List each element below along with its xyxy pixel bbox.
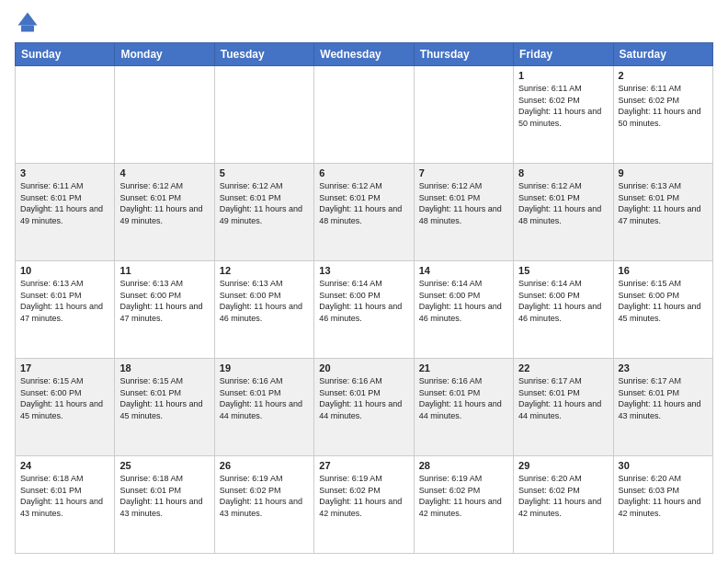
cell-info: Sunrise: 6:20 AM Sunset: 6:03 PM Dayligh… [619,473,708,519]
calendar-cell: 2Sunrise: 6:11 AM Sunset: 6:02 PM Daylig… [613,66,712,164]
calendar-cell: 4Sunrise: 6:12 AM Sunset: 6:01 PM Daylig… [115,164,214,261]
day-number: 28 [419,460,508,471]
day-number: 27 [319,460,408,471]
page: SundayMondayTuesdayWednesdayThursdayFrid… [0,0,728,563]
calendar-week-row: 24Sunrise: 6:18 AM Sunset: 6:01 PM Dayli… [16,456,713,554]
day-number: 9 [619,167,708,178]
cell-info: Sunrise: 6:14 AM Sunset: 6:00 PM Dayligh… [319,278,408,324]
day-number: 5 [220,167,309,178]
calendar-day-header: Monday [115,43,214,66]
calendar-day-header: Sunday [16,43,115,66]
calendar-cell: 1Sunrise: 6:11 AM Sunset: 6:02 PM Daylig… [514,66,613,164]
calendar-cell: 8Sunrise: 6:12 AM Sunset: 6:01 PM Daylig… [514,164,613,261]
calendar-cell: 26Sunrise: 6:19 AM Sunset: 6:02 PM Dayli… [214,456,313,554]
cell-info: Sunrise: 6:20 AM Sunset: 6:02 PM Dayligh… [518,473,608,519]
cell-info: Sunrise: 6:17 AM Sunset: 6:01 PM Dayligh… [518,375,608,421]
cell-info: Sunrise: 6:12 AM Sunset: 6:01 PM Dayligh… [419,180,508,226]
calendar-cell: 27Sunrise: 6:19 AM Sunset: 6:02 PM Dayli… [314,456,414,554]
calendar-cell: 14Sunrise: 6:14 AM Sunset: 6:00 PM Dayli… [414,261,513,359]
calendar-cell: 9Sunrise: 6:13 AM Sunset: 6:01 PM Daylig… [613,164,712,261]
calendar-cell: 24Sunrise: 6:18 AM Sunset: 6:01 PM Dayli… [16,456,115,554]
calendar-cell: 30Sunrise: 6:20 AM Sunset: 6:03 PM Dayli… [613,456,712,554]
calendar-day-header: Thursday [414,43,513,66]
cell-info: Sunrise: 6:16 AM Sunset: 6:01 PM Dayligh… [220,375,309,421]
calendar-cell: 20Sunrise: 6:16 AM Sunset: 6:01 PM Dayli… [314,359,414,456]
cell-info: Sunrise: 6:16 AM Sunset: 6:01 PM Dayligh… [419,375,508,421]
calendar-cell: 10Sunrise: 6:13 AM Sunset: 6:01 PM Dayli… [16,261,115,359]
cell-info: Sunrise: 6:14 AM Sunset: 6:00 PM Dayligh… [518,278,608,324]
calendar-cell: 5Sunrise: 6:12 AM Sunset: 6:01 PM Daylig… [214,164,313,261]
calendar-cell: 23Sunrise: 6:17 AM Sunset: 6:01 PM Dayli… [613,359,712,456]
calendar-cell: 19Sunrise: 6:16 AM Sunset: 6:01 PM Dayli… [214,359,313,456]
day-number: 21 [419,362,508,373]
calendar-day-header: Saturday [613,43,712,66]
cell-info: Sunrise: 6:13 AM Sunset: 6:01 PM Dayligh… [619,180,708,226]
day-number: 4 [119,167,209,178]
calendar-cell [414,66,513,164]
calendar-header-row: SundayMondayTuesdayWednesdayThursdayFrid… [16,43,713,66]
logo [15,9,44,35]
day-number: 20 [319,362,408,373]
calendar-cell: 16Sunrise: 6:15 AM Sunset: 6:00 PM Dayli… [613,261,712,359]
day-number: 26 [220,460,309,471]
day-number: 15 [518,265,608,276]
cell-info: Sunrise: 6:11 AM Sunset: 6:02 PM Dayligh… [518,83,608,129]
cell-info: Sunrise: 6:13 AM Sunset: 6:00 PM Dayligh… [220,278,309,324]
day-number: 13 [319,265,408,276]
cell-info: Sunrise: 6:13 AM Sunset: 6:01 PM Dayligh… [20,278,109,324]
calendar-cell: 25Sunrise: 6:18 AM Sunset: 6:01 PM Dayli… [115,456,214,554]
cell-info: Sunrise: 6:18 AM Sunset: 6:01 PM Dayligh… [20,473,109,519]
day-number: 17 [20,362,109,373]
calendar-cell: 6Sunrise: 6:12 AM Sunset: 6:01 PM Daylig… [314,164,414,261]
calendar-week-row: 17Sunrise: 6:15 AM Sunset: 6:00 PM Dayli… [16,359,713,456]
cell-info: Sunrise: 6:15 AM Sunset: 6:01 PM Dayligh… [119,375,209,421]
cell-info: Sunrise: 6:16 AM Sunset: 6:01 PM Dayligh… [319,375,408,421]
calendar-cell: 13Sunrise: 6:14 AM Sunset: 6:00 PM Dayli… [314,261,414,359]
cell-info: Sunrise: 6:12 AM Sunset: 6:01 PM Dayligh… [319,180,408,226]
calendar-cell: 18Sunrise: 6:15 AM Sunset: 6:01 PM Dayli… [115,359,214,456]
calendar-cell: 15Sunrise: 6:14 AM Sunset: 6:00 PM Dayli… [514,261,613,359]
day-number: 1 [518,70,608,81]
day-number: 18 [119,362,209,373]
calendar-cell: 12Sunrise: 6:13 AM Sunset: 6:00 PM Dayli… [214,261,313,359]
logo-icon [15,9,40,35]
day-number: 23 [619,362,708,373]
calendar-cell: 3Sunrise: 6:11 AM Sunset: 6:01 PM Daylig… [16,164,115,261]
calendar-cell: 17Sunrise: 6:15 AM Sunset: 6:00 PM Dayli… [16,359,115,456]
cell-info: Sunrise: 6:13 AM Sunset: 6:00 PM Dayligh… [119,278,209,324]
calendar-cell: 22Sunrise: 6:17 AM Sunset: 6:01 PM Dayli… [514,359,613,456]
svg-rect-1 [21,26,34,32]
day-number: 22 [518,362,608,373]
calendar-week-row: 3Sunrise: 6:11 AM Sunset: 6:01 PM Daylig… [16,164,713,261]
day-number: 29 [518,460,608,471]
cell-info: Sunrise: 6:11 AM Sunset: 6:02 PM Dayligh… [619,83,708,129]
calendar-cell [115,66,214,164]
calendar-cell: 21Sunrise: 6:16 AM Sunset: 6:01 PM Dayli… [414,359,513,456]
cell-info: Sunrise: 6:12 AM Sunset: 6:01 PM Dayligh… [119,180,209,226]
day-number: 12 [220,265,309,276]
day-number: 11 [119,265,209,276]
calendar-cell [314,66,414,164]
cell-info: Sunrise: 6:17 AM Sunset: 6:01 PM Dayligh… [619,375,708,421]
header [15,9,713,35]
calendar-week-row: 10Sunrise: 6:13 AM Sunset: 6:01 PM Dayli… [16,261,713,359]
day-number: 3 [20,167,109,178]
calendar-cell: 7Sunrise: 6:12 AM Sunset: 6:01 PM Daylig… [414,164,513,261]
day-number: 6 [319,167,408,178]
calendar-cell: 28Sunrise: 6:19 AM Sunset: 6:02 PM Dayli… [414,456,513,554]
cell-info: Sunrise: 6:15 AM Sunset: 6:00 PM Dayligh… [619,278,708,324]
calendar-cell [214,66,313,164]
calendar-day-header: Tuesday [214,43,313,66]
day-number: 10 [20,265,109,276]
cell-info: Sunrise: 6:15 AM Sunset: 6:00 PM Dayligh… [20,375,109,421]
cell-info: Sunrise: 6:11 AM Sunset: 6:01 PM Dayligh… [20,180,109,226]
cell-info: Sunrise: 6:12 AM Sunset: 6:01 PM Dayligh… [518,180,608,226]
calendar-cell: 11Sunrise: 6:13 AM Sunset: 6:00 PM Dayli… [115,261,214,359]
day-number: 8 [518,167,608,178]
calendar-day-header: Friday [514,43,613,66]
day-number: 14 [419,265,508,276]
calendar-table: SundayMondayTuesdayWednesdayThursdayFrid… [15,42,713,554]
day-number: 25 [119,460,209,471]
day-number: 7 [419,167,508,178]
day-number: 2 [619,70,708,81]
